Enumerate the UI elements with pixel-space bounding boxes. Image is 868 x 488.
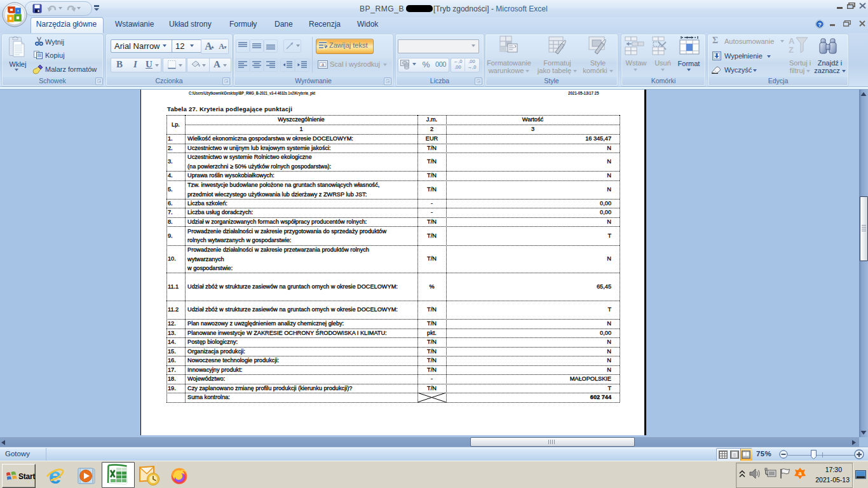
svg-text:A: A [789,36,795,46]
svg-text:?: ? [818,22,822,28]
svg-text:Z: Z [789,45,794,55]
svg-text:a: a [322,62,324,67]
